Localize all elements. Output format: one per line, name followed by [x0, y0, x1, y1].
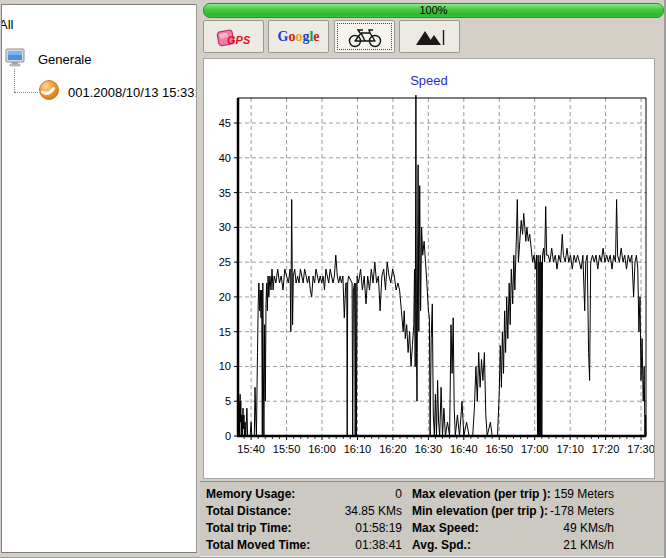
trip-stats-panel: Memory Usage:0Total Distance:34.85 KMsTo…: [200, 481, 666, 557]
stats-row: Total Moved Time:01:38:41: [206, 537, 402, 554]
stats-row: Total Distance:34.85 KMs: [206, 503, 402, 520]
stats-label: Total Distance:: [206, 503, 291, 520]
stats-value: 01:58:19: [355, 520, 402, 537]
x-axis-label: 17:00: [521, 443, 549, 455]
y-axis-label: 0: [225, 430, 231, 442]
speed-chart-panel: Speed 05101520253035404515:4015:5016:001…: [203, 58, 655, 479]
stats-label: Max elevation (per trip ):: [412, 486, 551, 503]
google-button[interactable]: Google: [268, 20, 329, 53]
y-axis-label: 15: [219, 326, 231, 338]
elevation-button[interactable]: [399, 20, 460, 53]
stats-value: 34.85 KMs: [345, 503, 402, 520]
speed-chart: 05101520253035404515:4015:5016:0016:1016…: [204, 59, 654, 478]
trip-ball-icon: [38, 79, 60, 101]
stats-row: Memory Usage:0: [206, 486, 402, 503]
google-letter: e: [313, 29, 319, 44]
gps-folder-icon: GPS: [213, 25, 255, 49]
stats-label: Total trip Time:: [206, 520, 292, 537]
stats-label: Memory Usage:: [206, 486, 295, 503]
progress-bar: 100%: [203, 3, 664, 18]
stats-column-right: Max elevation (per trip ):159 MetersMin …: [412, 486, 614, 554]
gps-button[interactable]: GPS: [203, 20, 264, 53]
plot-border: [238, 98, 646, 436]
tree-node-generale[interactable]: Generale: [38, 52, 91, 67]
stats-value: 01:38:41: [355, 537, 402, 554]
mountain-icon: [414, 27, 446, 47]
x-axis-label: 16:50: [485, 443, 513, 455]
computer-icon: [5, 48, 27, 68]
y-axis-label: 40: [219, 152, 231, 164]
stats-label: Total Moved Time:: [206, 537, 310, 554]
x-axis-label: 17:20: [592, 443, 620, 455]
stats-value: 0: [395, 486, 402, 503]
tree-connector-horizontal: [14, 92, 38, 93]
stats-value: 49 KMs/h: [563, 520, 614, 537]
tree-root-all[interactable]: All: [1, 17, 13, 32]
bike-chart-button[interactable]: [334, 20, 395, 53]
x-axis-label: 16:00: [308, 443, 336, 455]
stats-row: Total trip Time:01:58:19: [206, 520, 402, 537]
stats-value: 21 KMs/h: [563, 537, 614, 554]
y-axis-label: 10: [219, 360, 231, 372]
y-axis-label: 35: [219, 187, 231, 199]
y-axis-label: 45: [219, 117, 231, 129]
stats-value: -178 Meters: [550, 503, 614, 520]
bicycle-icon: [346, 25, 384, 49]
progress-label: 100%: [419, 4, 447, 16]
stats-value: 159 Meters: [554, 486, 614, 503]
x-axis-label: 15:40: [237, 443, 265, 455]
x-axis-label: 16:30: [415, 443, 443, 455]
y-axis-label: 25: [219, 256, 231, 268]
y-axis-label: 5: [225, 395, 231, 407]
stats-row: Avg. Spd.:21 KMs/h: [412, 537, 614, 554]
speed-series: [239, 95, 646, 436]
stats-label: Max Speed:: [412, 520, 479, 537]
y-axis-label: 30: [219, 221, 231, 233]
stats-label: Avg. Spd.:: [412, 537, 471, 554]
x-axis-label: 16:10: [344, 443, 372, 455]
y-axis-label: 20: [219, 291, 231, 303]
google-letter: G: [278, 29, 289, 44]
gps-label: GPS: [227, 34, 251, 46]
stats-column-left: Memory Usage:0Total Distance:34.85 KMsTo…: [206, 486, 402, 554]
x-axis-label: 15:50: [273, 443, 301, 455]
chart-title: Speed: [204, 73, 654, 88]
stats-label: Min elevation (per trip ):: [412, 503, 548, 520]
x-axis-label: 16:20: [379, 443, 407, 455]
x-axis-label: 17:30: [627, 443, 654, 455]
stats-row: Min elevation (per trip ):-178 Meters: [412, 503, 614, 520]
x-axis-label: 16:40: [450, 443, 478, 455]
tree-leaf-trip[interactable]: 001.2008/10/13 15:33:53: [68, 85, 197, 100]
x-axis-label: 17:10: [556, 443, 584, 455]
tree-connector-vertical: [14, 69, 15, 92]
track-tree-panel: All Generale 001.2008/10/13 15:33:53: [1, 4, 197, 553]
stats-row: Max elevation (per trip ):159 Meters: [412, 486, 614, 503]
stats-row: Max Speed:49 KMs/h: [412, 520, 614, 537]
google-logo: Google: [278, 29, 320, 45]
